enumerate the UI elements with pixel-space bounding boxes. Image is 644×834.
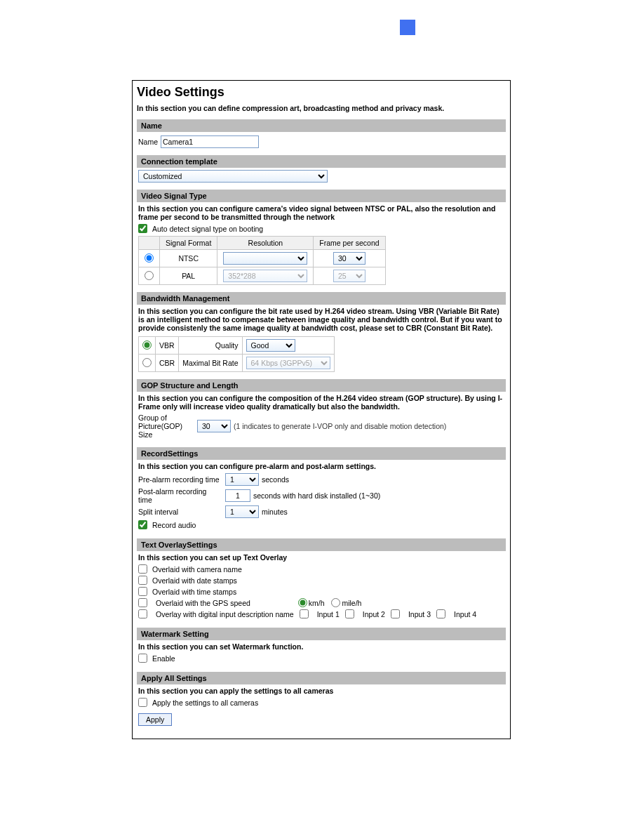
txt-desc: In this section you can set up Text Over… xyxy=(138,553,504,562)
input4-label: Input 4 xyxy=(454,610,476,618)
autodetect-checkbox[interactable] xyxy=(138,224,147,233)
input2-label: Input 2 xyxy=(363,610,385,618)
section-conn-head: Connection template xyxy=(137,155,506,168)
table-row: NTSC 30 xyxy=(139,250,386,267)
name-label: Name xyxy=(138,138,158,146)
connection-template-select[interactable]: Customized xyxy=(138,170,328,183)
input1-label: Input 1 xyxy=(317,610,340,618)
overlay-time-checkbox[interactable] xyxy=(138,587,147,596)
gop-desc: In this section you can configure the co… xyxy=(138,394,504,411)
overlay-camera-label: Overlaid with camera name xyxy=(152,565,242,574)
ntsc-fps-select[interactable]: 30 xyxy=(333,252,365,265)
col-resolution: Resolution xyxy=(217,237,314,250)
overlay-time-label: Overlaid with time stamps xyxy=(152,588,236,596)
prealarm-select[interactable]: 1 xyxy=(225,473,259,486)
overlay-gps-checkbox[interactable] xyxy=(138,598,147,607)
cbr-label: CBR xyxy=(156,355,179,372)
vbr-radio[interactable] xyxy=(142,340,152,350)
kmh-radio[interactable] xyxy=(298,598,307,607)
rec-desc: In this section you can configure pre-al… xyxy=(138,462,504,470)
vbr-label: VBR xyxy=(156,337,179,355)
mileh-label: mile/h xyxy=(342,599,361,607)
signal-table: Signal Format Resolution Frame per secon… xyxy=(138,236,386,285)
col-blank xyxy=(139,237,160,250)
record-audio-label: Record audio xyxy=(152,521,196,529)
vst-desc: In this section you can configure camera… xyxy=(138,204,504,221)
bandwidth-table: VBR Quality Good CBR Maximal Bit Rate 64… xyxy=(138,336,335,372)
section-gop-head: GOP Structure and Length xyxy=(137,379,506,392)
quality-label: Quality xyxy=(179,337,242,355)
apply-all-label: Apply the settings to all cameras xyxy=(152,699,258,707)
prealarm-label: Pre-alarm recording time xyxy=(138,475,222,484)
pal-resolution-select[interactable]: 352*288 xyxy=(223,270,307,282)
ntsc-radio[interactable] xyxy=(145,253,154,263)
section-rec-head: RecordSettings xyxy=(137,447,506,460)
page-intro: In this section you can define compressi… xyxy=(137,104,506,112)
col-format: Signal Format xyxy=(160,237,217,250)
page-title: Video Settings xyxy=(137,85,506,100)
split-select[interactable]: 1 xyxy=(225,505,259,518)
input2-checkbox[interactable] xyxy=(345,609,354,618)
name-input[interactable] xyxy=(161,135,259,148)
cbr-radio[interactable] xyxy=(142,358,152,367)
section-name-head: Name xyxy=(137,119,506,132)
ntsc-resolution-select[interactable] xyxy=(223,252,307,265)
maxbr-select[interactable]: 64 Kbps (3GPPv5) xyxy=(246,357,330,369)
postalarm-hint: seconds with hard disk installed (1~30) xyxy=(253,491,380,500)
pal-label: PAL xyxy=(160,267,217,285)
apply-desc: In this section you can apply the settin… xyxy=(138,687,504,695)
section-txt-head: Text OverlaySettings xyxy=(137,538,506,551)
autodetect-label: Auto detect signal type on booting xyxy=(152,225,263,233)
col-fps: Frame per second xyxy=(314,237,385,250)
seconds-label-1: seconds xyxy=(262,475,289,484)
pal-fps-select[interactable]: 25 xyxy=(333,270,365,282)
input4-checkbox[interactable] xyxy=(436,609,445,618)
overlay-date-label: Overlaid with date stamps xyxy=(152,576,237,585)
input3-label: Input 3 xyxy=(408,610,431,618)
mileh-radio[interactable] xyxy=(331,598,340,607)
pal-radio[interactable] xyxy=(145,271,154,280)
wm-desc: In this section you can set Watermark fu… xyxy=(138,642,504,651)
gop-label: Group of Picture(GOP) Size xyxy=(138,413,194,439)
overlay-gps-label: Overlaid with the GPS speed xyxy=(156,599,250,607)
section-bw-head: Bandwidth Management xyxy=(137,292,506,305)
overlay-digital-checkbox[interactable] xyxy=(138,609,147,618)
split-label: Split interval xyxy=(138,508,222,516)
minutes-label: minutes xyxy=(262,508,288,516)
postalarm-label: Post-alarm recording time xyxy=(138,487,222,504)
watermark-enable-label: Enable xyxy=(152,654,175,663)
gop-select[interactable]: 30 xyxy=(197,420,231,432)
apply-all-checkbox[interactable] xyxy=(138,698,147,707)
overlay-digital-label: Overlay with digital input description n… xyxy=(156,610,294,618)
input3-checkbox[interactable] xyxy=(391,609,400,618)
overlay-camera-checkbox[interactable] xyxy=(138,564,147,574)
gop-hint: (1 indicates to generate I-VOP only and … xyxy=(234,422,446,430)
table-row: PAL 352*288 25 xyxy=(139,267,386,285)
ntsc-label: NTSC xyxy=(160,250,217,267)
quality-select[interactable]: Good xyxy=(246,339,295,352)
bw-desc: In this section you can configure the bi… xyxy=(138,307,504,332)
section-vst-head: Video Signal Type xyxy=(137,190,506,202)
apply-button[interactable]: Apply xyxy=(138,713,172,726)
record-audio-checkbox[interactable] xyxy=(138,520,147,529)
kmh-label: km/h xyxy=(309,599,325,607)
video-settings-panel: Video Settings In this section you can d… xyxy=(132,80,511,739)
section-apply-head: Apply All Settings xyxy=(137,672,506,684)
maxbr-label: Maximal Bit Rate xyxy=(179,355,242,372)
section-wm-head: Watermark Setting xyxy=(137,628,506,640)
input1-checkbox[interactable] xyxy=(300,609,309,618)
postalarm-input[interactable] xyxy=(225,489,250,502)
watermark-enable-checkbox[interactable] xyxy=(138,654,147,663)
page-marker xyxy=(400,20,415,35)
overlay-date-checkbox[interactable] xyxy=(138,576,147,585)
